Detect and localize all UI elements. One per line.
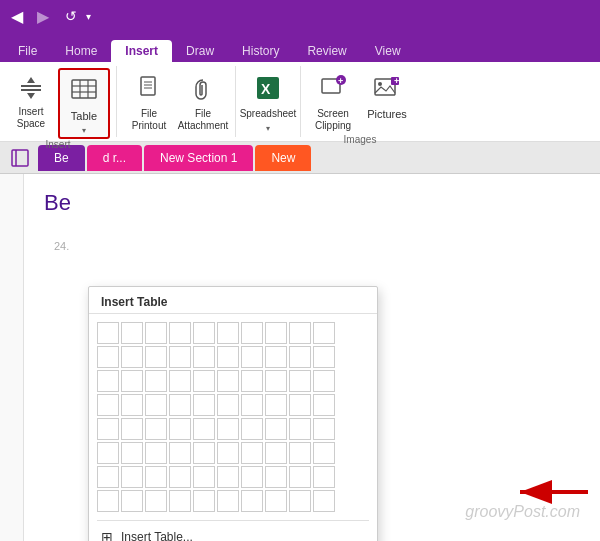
table-grid-cell[interactable] — [313, 466, 335, 488]
table-grid-cell[interactable] — [241, 418, 263, 440]
back-button[interactable]: ◀ — [8, 7, 26, 25]
screen-clipping-button[interactable]: + ScreenClipping — [307, 68, 359, 134]
table-grid-cell[interactable] — [289, 394, 311, 416]
table-grid-cell[interactable] — [193, 346, 215, 368]
table-grid-cell[interactable] — [241, 322, 263, 344]
table-grid-cell[interactable] — [217, 322, 239, 344]
spreadsheet-button[interactable]: X Spreadsheet ▾ — [242, 68, 294, 135]
table-grid-cell[interactable] — [289, 490, 311, 512]
table-grid-cell[interactable] — [265, 490, 287, 512]
table-grid-cell[interactable] — [145, 394, 167, 416]
table-grid-cell[interactable] — [217, 346, 239, 368]
table-grid-cell[interactable] — [121, 418, 143, 440]
table-grid-cell[interactable] — [217, 394, 239, 416]
table-grid-cell[interactable] — [169, 466, 191, 488]
file-attachment-button[interactable]: FileAttachment — [177, 68, 229, 134]
table-grid-cell[interactable] — [265, 370, 287, 392]
table-grid-cell[interactable] — [121, 322, 143, 344]
table-grid-cell[interactable] — [289, 346, 311, 368]
table-grid-cell[interactable] — [97, 394, 119, 416]
table-grid-cell[interactable] — [289, 370, 311, 392]
tab-history[interactable]: History — [228, 40, 293, 62]
table-grid-cell[interactable] — [217, 442, 239, 464]
table-grid-cell[interactable] — [169, 442, 191, 464]
table-button[interactable]: Table ▾ — [58, 68, 110, 139]
table-grid-cell[interactable] — [145, 322, 167, 344]
table-grid-cell[interactable] — [193, 418, 215, 440]
table-grid-cell[interactable] — [265, 394, 287, 416]
table-grid-cell[interactable] — [265, 322, 287, 344]
table-grid-cell[interactable] — [145, 490, 167, 512]
tab-file[interactable]: File — [4, 40, 51, 62]
table-grid-cell[interactable] — [121, 394, 143, 416]
table-grid-cell[interactable] — [265, 442, 287, 464]
table-grid-cell[interactable] — [193, 466, 215, 488]
table-grid-cell[interactable] — [97, 418, 119, 440]
tab-view[interactable]: View — [361, 40, 415, 62]
table-grid-cell[interactable] — [313, 346, 335, 368]
table-grid-cell[interactable] — [97, 346, 119, 368]
table-grid-cell[interactable] — [217, 490, 239, 512]
table-grid-cell[interactable] — [121, 370, 143, 392]
table-grid-cell[interactable] — [289, 442, 311, 464]
table-grid-cell[interactable] — [169, 322, 191, 344]
table-grid-cell[interactable] — [97, 466, 119, 488]
table-grid-cell[interactable] — [313, 394, 335, 416]
table-grid-cell[interactable] — [313, 442, 335, 464]
file-printout-button[interactable]: FilePrintout — [123, 68, 175, 134]
table-grid-cell[interactable] — [169, 370, 191, 392]
table-grid-cell[interactable] — [145, 346, 167, 368]
table-grid-cell[interactable] — [265, 466, 287, 488]
table-grid-cell[interactable] — [217, 418, 239, 440]
insert-space-button[interactable]: InsertSpace — [6, 68, 56, 134]
forward-button[interactable]: ▶ — [34, 7, 52, 25]
table-grid-cell[interactable] — [241, 466, 263, 488]
table-grid-cell[interactable] — [217, 466, 239, 488]
table-grid-cell[interactable] — [121, 490, 143, 512]
table-grid-cell[interactable] — [313, 418, 335, 440]
table-grid-cell[interactable] — [145, 370, 167, 392]
table-grid-cell[interactable] — [193, 394, 215, 416]
table-grid-cell[interactable] — [313, 490, 335, 512]
table-grid-cell[interactable] — [217, 370, 239, 392]
table-grid-cell[interactable] — [241, 346, 263, 368]
section-tab-new[interactable]: New — [255, 145, 311, 171]
table-grid-cell[interactable] — [265, 418, 287, 440]
tab-insert[interactable]: Insert — [111, 40, 172, 62]
table-grid-cell[interactable] — [241, 370, 263, 392]
table-grid-cell[interactable] — [97, 370, 119, 392]
pictures-button[interactable]: + Pictures — [361, 68, 413, 122]
insert-table-item[interactable]: ⊞ Insert Table... — [89, 521, 377, 541]
table-grid-cell[interactable] — [241, 442, 263, 464]
title-dropdown-button[interactable]: ▾ — [86, 11, 91, 22]
table-grid-cell[interactable] — [97, 442, 119, 464]
table-grid[interactable] — [89, 314, 377, 520]
table-grid-cell[interactable] — [97, 322, 119, 344]
table-grid-cell[interactable] — [97, 490, 119, 512]
tab-draw[interactable]: Draw — [172, 40, 228, 62]
table-grid-cell[interactable] — [169, 490, 191, 512]
tab-review[interactable]: Review — [293, 40, 360, 62]
table-grid-cell[interactable] — [169, 394, 191, 416]
table-grid-cell[interactable] — [241, 490, 263, 512]
table-grid-cell[interactable] — [193, 490, 215, 512]
table-grid-cell[interactable] — [241, 394, 263, 416]
undo-button[interactable]: ↺ — [62, 7, 80, 25]
table-grid-cell[interactable] — [145, 418, 167, 440]
table-grid-cell[interactable] — [145, 442, 167, 464]
table-grid-cell[interactable] — [289, 418, 311, 440]
table-grid-cell[interactable] — [313, 322, 335, 344]
section-tab-new-section1[interactable]: New Section 1 — [144, 145, 253, 171]
table-grid-cell[interactable] — [193, 322, 215, 344]
table-grid-cell[interactable] — [289, 322, 311, 344]
table-grid-cell[interactable] — [289, 466, 311, 488]
table-grid-cell[interactable] — [169, 418, 191, 440]
table-grid-cell[interactable] — [193, 370, 215, 392]
table-grid-cell[interactable] — [121, 346, 143, 368]
table-grid-cell[interactable] — [121, 442, 143, 464]
table-grid-cell[interactable] — [145, 466, 167, 488]
table-grid-cell[interactable] — [265, 346, 287, 368]
table-grid-cell[interactable] — [193, 442, 215, 464]
tab-home[interactable]: Home — [51, 40, 111, 62]
table-grid-cell[interactable] — [121, 466, 143, 488]
